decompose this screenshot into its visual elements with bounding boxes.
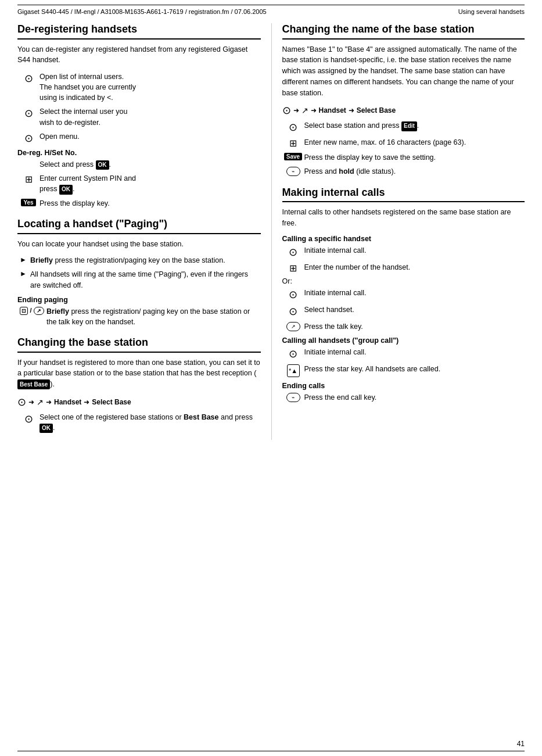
nav-circle-name-icon1: ⊙ — [289, 121, 297, 134]
reg-icon: ⊡ — [20, 307, 28, 315]
nav-handset: Handset — [54, 398, 81, 406]
calling-specific-step-2-text: Enter the number of the handset. — [304, 262, 411, 273]
calling-all-step-1: ⊙ Initiate internal call. — [282, 347, 525, 360]
calling-specific-or-step-3-text: Press the talk key. — [304, 321, 363, 332]
ending-paging-label: Ending paging — [17, 295, 261, 304]
calling-specific-step-1: ⊙ Initiate internal call. — [282, 245, 525, 259]
keypad-cs2: ⊞ — [282, 262, 304, 274]
changing-base-title: Changing the base station — [17, 336, 261, 349]
talk-icon: ↗ — [34, 307, 44, 315]
changing-base-divider — [17, 352, 261, 353]
page-header: Gigaset S440-445 / IM-engl / A31008-M163… — [0, 0, 542, 17]
locating-bullet-2-text: All handsets will ring at the same time … — [30, 269, 261, 290]
changing-name-step-1-text: Select base station and press Edit. — [304, 120, 419, 131]
nav-circle-cs1: ⊙ — [282, 245, 304, 259]
star-key-icon: *▲ — [287, 364, 300, 377]
save-btn-cell: Save — [282, 152, 304, 160]
nav-circle-ca1: ⊙ — [282, 347, 304, 360]
deregistering-divider — [17, 38, 261, 40]
keypad-icon-name: ⊞ — [282, 137, 304, 149]
end-call-icon: ⌁ — [286, 393, 300, 402]
changing-name-step-3-text: Press the display key to save the settin… — [304, 152, 436, 163]
locating-title: Locating a handset ("Paging") — [17, 218, 261, 231]
calling-all-label: Calling all handsets ("group call") — [282, 336, 525, 345]
calling-specific-or-step-3: ↗ Press the talk key. — [282, 321, 525, 332]
save-btn: Save — [284, 153, 302, 160]
ending-paging-row: ⊡ / ↗ Briefly press the registration/ pa… — [17, 306, 261, 327]
nav-circle-icon-2: ⊙ — [24, 107, 33, 120]
changing-name-divider — [282, 38, 525, 40]
locating-divider — [17, 233, 261, 234]
ending-paging-title: Ending paging — [17, 296, 68, 304]
reg-slash: ⊡ / ↗ — [20, 307, 44, 314]
changing-name-body: Names "Base 1" to "Base 4" are assigned … — [282, 44, 525, 99]
changing-base-body: If your handset is registered to more th… — [17, 357, 261, 390]
nav-handset-n: Handset — [319, 106, 346, 114]
calling-all-step-1-text: Initiate internal call. — [304, 347, 367, 357]
calling-specific-step-1-text: Initiate internal call. — [304, 245, 367, 256]
calling-specific-or-step-2: ⊙ Select handset. — [282, 304, 525, 318]
internal-calls-divider — [282, 201, 525, 202]
ending-calls-label: Ending calls — [282, 382, 525, 390]
deregistering-step-2: ⊙ Select the internal user youwish to de… — [17, 106, 261, 127]
changing-base-nav-path: ⊙ ➜ ↗ ➜ Handset ➜ Select Base — [17, 396, 261, 409]
changing-name-step-1: ⊙ Select base station and press Edit. — [282, 120, 525, 134]
nav-circle-base-icon: ⊙ — [24, 413, 33, 425]
changing-base-step: ⊙ Select one of the registered base stat… — [17, 412, 261, 433]
section-locating: Locating a handset ("Paging") You can lo… — [17, 218, 261, 327]
nav-circle-or2-icon: ⊙ — [289, 305, 297, 318]
nav-circle-icon-3: ⊙ — [24, 132, 33, 145]
yes-btn-cell: Yes — [17, 198, 40, 206]
locating-bullet-2: ► All handsets will ring at the same tim… — [17, 269, 261, 290]
left-column: De-registering handsets You can de-regis… — [17, 23, 271, 440]
section-deregistering: De-registering handsets You can de-regis… — [17, 23, 261, 209]
talk-key-icon: ↗ — [286, 322, 300, 331]
deregistering-step-1-text: Open list of internal users.The handset … — [40, 71, 136, 103]
changing-name-step-2: ⊞ Enter new name, max. of 16 characters … — [282, 137, 525, 149]
deregistering-title: De-registering handsets — [17, 23, 261, 36]
internal-calls-body: Internal calls to other handsets registe… — [282, 207, 525, 229]
ending-paging-icons: ⊡ / ↗ — [17, 306, 46, 314]
right-column: Changing the name of the base station Na… — [271, 23, 525, 440]
page-border-top — [17, 5, 525, 5]
changing-name-step-3: Save Press the display key to save the s… — [282, 152, 525, 163]
nav-circle-cs1-icon: ⊙ — [289, 246, 297, 259]
deregistering-step-4-text: Enter current System PIN andpress OK. — [40, 173, 136, 195]
nav-circle-icon-1: ⊙ — [24, 72, 33, 85]
header-right: Using several handsets — [458, 8, 525, 15]
arrow-n1: ➜ — [293, 106, 299, 114]
deregistering-step-3-text: Open menu. — [40, 131, 80, 142]
locating-bullet-1-text: Briefly press the registration/paging ke… — [30, 255, 225, 266]
arrow-2: ➜ — [46, 398, 52, 406]
keypad-cs2-icon: ⊞ — [289, 263, 297, 274]
yes-btn: Yes — [21, 199, 35, 206]
calling-specific-step-2: ⊞ Enter the number of the handset. — [282, 262, 525, 274]
deregistering-step-4: ⊞ Enter current System PIN andpress OK. — [17, 173, 261, 195]
arrow-3: ➜ — [84, 398, 89, 406]
nav-circle-or1-icon: ⊙ — [289, 288, 297, 301]
bullet-arrow-2: ► — [20, 270, 28, 278]
best-base-btn: Best Base — [17, 379, 50, 389]
ending-calls-step-1-text: Press the end call key. — [304, 392, 377, 403]
nav-icon-2: ⊙ — [17, 106, 40, 120]
section-internal-calls: Making internal calls Internal calls to … — [282, 187, 525, 403]
nav-icon-1: ⊙ — [17, 71, 40, 85]
antenna-icon-n: ↗ — [301, 106, 308, 115]
nav-icon-3: ⊙ — [17, 131, 40, 145]
dereg-label-row: De-reg. H/Set No. — [17, 148, 261, 157]
edit-btn: Edit — [401, 121, 417, 131]
deregistering-step-1: ⊙ Open list of internal users.The handse… — [17, 71, 261, 103]
calling-specific-or-step-1-text: Initiate internal call. — [304, 288, 367, 298]
header-left: Gigaset S440-445 / IM-engl / A31008-M163… — [17, 8, 267, 15]
deregistering-step-3: ⊙ Open menu. — [17, 131, 261, 145]
deregistering-body: You can de-register any registered hands… — [17, 44, 261, 66]
internal-calls-title: Making internal calls — [282, 187, 525, 199]
calling-all-step-2-text: Press the star key. All handsets are cal… — [304, 364, 441, 374]
or-label: Or: — [282, 277, 525, 285]
ok-btn-3: OK — [40, 424, 53, 433]
ok-btn-2: OK — [59, 185, 73, 195]
deregistering-step-5: Yes Press the display key. — [17, 198, 261, 209]
main-content: De-registering handsets You can de-regis… — [0, 17, 542, 452]
calling-specific-or-step-2-text: Select handset. — [304, 304, 354, 315]
nav-circle-ca1-icon: ⊙ — [289, 347, 297, 360]
